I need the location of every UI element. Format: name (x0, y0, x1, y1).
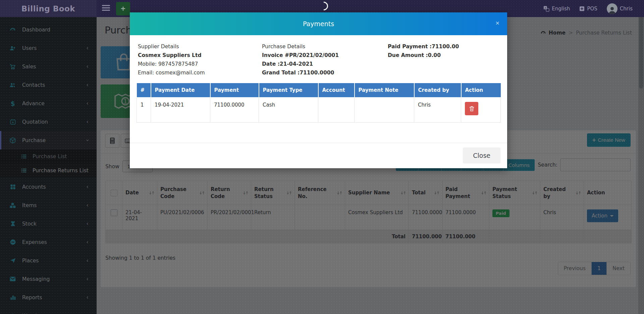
supplier-details: Supplier Details Cosmex Suppliers Ltd Mo… (138, 42, 262, 77)
purchase-date: Date :21-04-2021 (262, 60, 388, 68)
pcol-action: Action (461, 83, 501, 98)
supplier-email: Email: cosmex@mail.com (138, 68, 262, 77)
purchase-invoice: Invoice #PR/2021/02/0001 (262, 51, 388, 60)
pcol-payment: Payment (210, 83, 259, 98)
payments-table: # Payment Date Payment Payment Type Acco… (137, 83, 501, 123)
avatar (607, 3, 618, 14)
user-menu[interactable]: Chris (607, 3, 633, 14)
translate-icon: A (543, 6, 549, 12)
supplier-name: Cosmex Suppliers Ltd (138, 51, 262, 60)
payments-header-row: # Payment Date Payment Payment Type Acco… (137, 83, 501, 98)
payment-row: 1 19-04-2021 71100.0000 Cash Chris (137, 98, 501, 122)
modal-title: Payments (303, 20, 334, 27)
user-name: Chris (620, 6, 633, 12)
payment-num: 1 (137, 98, 151, 122)
pcol-num: # (137, 83, 151, 98)
modal-info: Supplier Details Cosmex Suppliers Ltd Mo… (130, 35, 507, 77)
app-brand[interactable]: Billing Book (0, 0, 97, 17)
purchase-details-heading: Purchase Details (262, 42, 388, 51)
quick-add-button[interactable]: + (116, 2, 130, 15)
pcol-account: Account (318, 83, 355, 98)
payment-account (318, 98, 355, 122)
payment-type: Cash (259, 98, 318, 122)
due-amount: Due Amount :0.00 (388, 51, 499, 60)
pcol-payment-date: Payment Date (151, 83, 210, 98)
pos-link[interactable]: POS (579, 6, 597, 12)
payment-summary: Paid Payment :71100.00 Due Amount :0.00 (388, 42, 499, 77)
pcol-payment-type: Payment Type (259, 83, 318, 98)
supplier-details-heading: Supplier Details (138, 42, 262, 51)
paid-payment: Paid Payment :71100.00 (388, 42, 499, 51)
payment-action (461, 98, 501, 122)
purchase-grand-total: Grand Total :71100.0000 (262, 68, 388, 77)
payment-date: 19-04-2021 (151, 98, 210, 122)
pcol-created-by: Created by (414, 83, 461, 98)
payment-amount: 71100.0000 (210, 98, 259, 122)
trash-icon (469, 106, 474, 112)
delete-payment-button[interactable] (465, 102, 478, 115)
modal-header: Payments × (130, 12, 507, 35)
plus-square-icon (579, 6, 585, 11)
supplier-mobile: Mobile: 987457875487 (138, 60, 262, 68)
language-menu[interactable]: A English (543, 6, 570, 12)
payment-note (355, 98, 414, 122)
payments-modal: Payments × Supplier Details Cosmex Suppl… (130, 12, 507, 168)
language-label: English (552, 6, 570, 12)
menu-toggle-icon[interactable] (102, 5, 110, 12)
payment-created-by: Chris (414, 98, 461, 122)
modal-footer: Close (130, 143, 507, 168)
purchase-details: Purchase Details Invoice #PR/2021/02/000… (262, 42, 388, 77)
close-icon[interactable]: × (495, 20, 500, 26)
pos-label: POS (587, 6, 597, 12)
pcol-payment-note: Payment Note (355, 83, 414, 98)
close-button[interactable]: Close (463, 147, 500, 164)
